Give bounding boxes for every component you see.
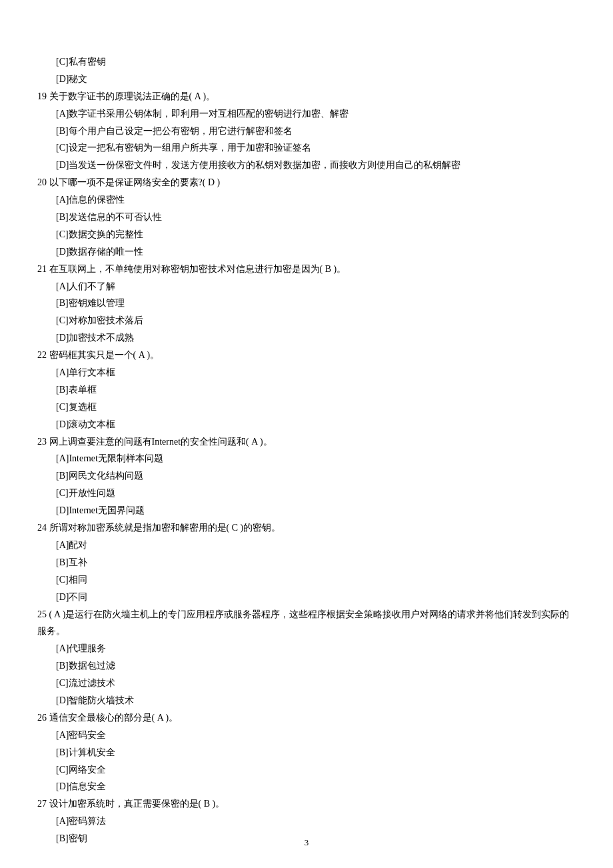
- q20-option-b: [B]发送信息的不可否认性: [37, 209, 576, 226]
- q25-option-b: [B]数据包过滤: [37, 657, 576, 675]
- q24-option-b: [B]互补: [37, 554, 576, 571]
- q24-option-d: [D]不同: [37, 589, 576, 606]
- prev-option-d: [D]秘文: [37, 71, 576, 88]
- prev-option-c: [C]私有密钥: [37, 53, 576, 71]
- question-20: 20 以下哪一项不是保证网络安全的要素?( D ): [37, 174, 576, 191]
- question-26: 26 通信安全最核心的部分是( A )。: [37, 709, 576, 727]
- q23-option-a: [A]Internet无限制样本问题: [37, 450, 576, 467]
- q25-option-c: [C]流过滤技术: [37, 675, 576, 692]
- q26-option-c: [C]网络安全: [37, 761, 576, 779]
- q27-option-a: [A]密码算法: [37, 813, 576, 830]
- q22-option-b: [B]表单框: [37, 381, 576, 399]
- question-22: 22 密码框其实只是一个( A )。: [37, 347, 576, 364]
- q26-option-b: [B]计算机安全: [37, 744, 576, 761]
- q25-option-a: [A]代理服务: [37, 640, 576, 657]
- q20-option-d: [D]数据存储的唯一性: [37, 243, 576, 261]
- q23-option-d: [D]Internet无国界问题: [37, 502, 576, 519]
- q26-option-d: [D]信息安全: [37, 778, 576, 795]
- q25-option-d: [D]智能防火墙技术: [37, 692, 576, 709]
- question-19: 19 关于数字证书的原理说法正确的是( A )。: [37, 88, 576, 105]
- q24-option-c: [C]相同: [37, 571, 576, 589]
- q21-option-a: [A]人们不了解: [37, 278, 576, 295]
- q21-option-b: [B]密钥难以管理: [37, 295, 576, 312]
- question-23: 23 网上调查要注意的问题有Internet的安全性问题和( A )。: [37, 433, 576, 451]
- question-25: 25 ( A )是运行在防火墙主机上的专门应用程序或服务器程序，这些程序根据安全…: [37, 606, 576, 641]
- document-page: [C]私有密钥 [D]秘文 19 关于数字证书的原理说法正确的是( A )。 […: [0, 0, 613, 868]
- q19-option-b: [B]每个用户自己设定一把公有密钥，用它进行解密和签名: [37, 123, 576, 140]
- question-24: 24 所谓对称加密系统就是指加密和解密用的是( C )的密钥。: [37, 519, 576, 537]
- page-number: 3: [0, 835, 613, 851]
- q20-option-a: [A]信息的保密性: [37, 191, 576, 209]
- question-21: 21 在互联网上，不单纯使用对称密钥加密技术对信息进行加密是因为( B )。: [37, 261, 576, 278]
- q20-option-c: [C]数据交换的完整性: [37, 226, 576, 243]
- q22-option-d: [D]滚动文本框: [37, 416, 576, 433]
- q24-option-a: [A]配对: [37, 537, 576, 554]
- q19-option-a: [A]数字证书采用公钥体制，即利用一对互相匹配的密钥进行加密、解密: [37, 105, 576, 123]
- q23-option-c: [C]开放性问题: [37, 485, 576, 502]
- q21-option-d: [D]加密技术不成熟: [37, 329, 576, 347]
- q22-option-a: [A]单行文本框: [37, 364, 576, 381]
- q23-option-b: [B]网民文化结构问题: [37, 467, 576, 485]
- q21-option-c: [C]对称加密技术落后: [37, 312, 576, 329]
- q19-option-d: [D]当发送一份保密文件时，发送方使用接收方的私钥对数据加密，而接收方则使用自己…: [37, 157, 576, 174]
- question-27: 27 设计加密系统时，真正需要保密的是( B )。: [37, 795, 576, 813]
- q22-option-c: [C]复选框: [37, 399, 576, 416]
- q26-option-a: [A]密码安全: [37, 727, 576, 744]
- q19-option-c: [C]设定一把私有密钥为一组用户所共享，用于加密和验证签名: [37, 139, 576, 157]
